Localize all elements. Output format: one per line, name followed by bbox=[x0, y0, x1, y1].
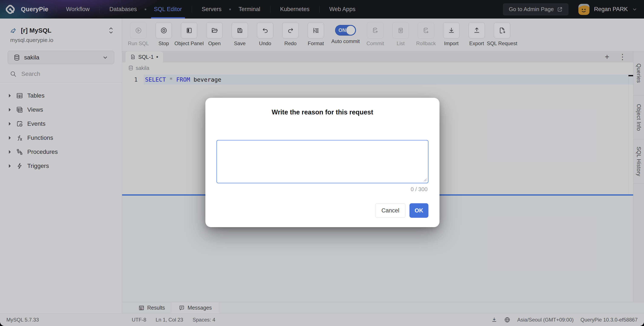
char-counter: 0 / 300 bbox=[410, 186, 428, 192]
reason-textarea[interactable] bbox=[216, 140, 428, 183]
app-window: QueryPie Workflow Databases SQL Editor S… bbox=[0, 0, 644, 326]
cancel-button[interactable]: Cancel bbox=[375, 203, 406, 218]
reason-dialog: Write the reason for this request 0 / 30… bbox=[205, 98, 440, 227]
ok-button[interactable]: OK bbox=[410, 203, 428, 218]
dialog-title: Write the reason for this request bbox=[205, 108, 440, 116]
dialog-actions: Cancel OK bbox=[375, 203, 428, 218]
